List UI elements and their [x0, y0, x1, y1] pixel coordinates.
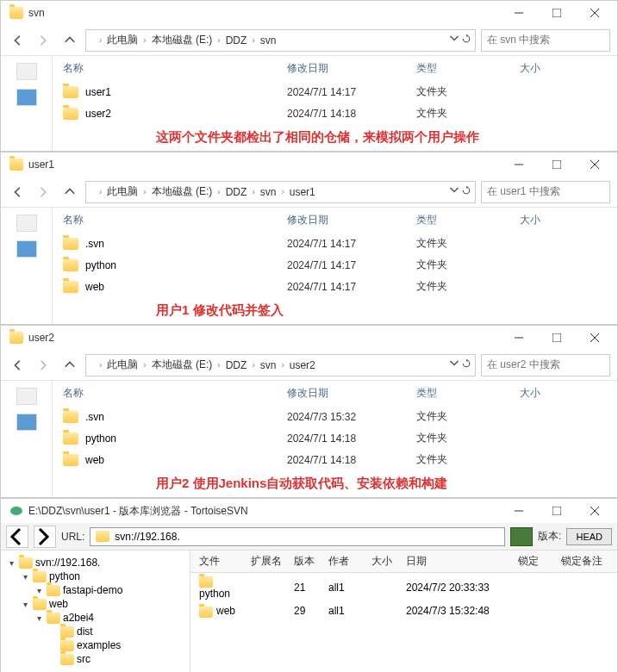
breadcrumb-item[interactable]: 此电脑 — [104, 358, 140, 372]
maximize-button[interactable] — [538, 499, 576, 523]
col-name[interactable]: 名称 — [63, 386, 287, 401]
maximize-button[interactable] — [538, 152, 576, 177]
breadcrumb-item[interactable]: svn — [258, 359, 279, 371]
col-type[interactable]: 类型 — [416, 61, 520, 76]
back-button[interactable] — [8, 30, 28, 51]
column-headers[interactable]: 名称 修改日期 类型 大小 — [53, 208, 617, 233]
breadcrumb-item[interactable]: user1 — [287, 186, 318, 198]
breadcrumb[interactable]: › 此电脑›本地磁盘 (E:)›DDZ›svn›user2 — [85, 354, 476, 376]
chevron-down-icon[interactable] — [449, 185, 459, 198]
file-row[interactable]: python 2024/7/1 14:18 文件夹 — [53, 427, 617, 449]
expand-icon[interactable]: ▾ — [34, 586, 44, 595]
lv-header[interactable]: 文件 扩展名 版本 作者 大小 日期 锁定 锁定备注 — [190, 551, 617, 573]
col-date[interactable]: 修改日期 — [287, 213, 416, 227]
up-button[interactable] — [59, 182, 80, 202]
expand-icon[interactable]: ▾ — [6, 558, 16, 568]
tree-node[interactable]: dist — [6, 625, 184, 638]
titlebar[interactable]: user1 — [1, 152, 617, 177]
breadcrumb-item[interactable]: svn — [258, 186, 279, 198]
tree-node[interactable]: ▾ a2bei4 — [6, 611, 184, 625]
refresh-icon[interactable] — [461, 358, 471, 371]
search-input[interactable]: 在 user1 中搜索 — [481, 181, 610, 203]
search-input[interactable]: 在 user2 中搜索 — [481, 354, 610, 376]
quick-access-icon[interactable] — [16, 388, 37, 405]
quick-access-icon[interactable] — [16, 63, 37, 80]
back-button[interactable] — [8, 182, 28, 202]
minimize-button[interactable] — [500, 499, 538, 523]
lvh-date[interactable]: 日期 — [403, 554, 515, 569]
close-button[interactable] — [576, 1, 614, 25]
breadcrumb-item[interactable]: 此电脑 — [104, 33, 140, 47]
lvh-lockc[interactable]: 锁定备注 — [558, 554, 612, 569]
maximize-button[interactable] — [538, 1, 576, 25]
desktop-icon[interactable] — [16, 89, 37, 106]
breadcrumb-item[interactable]: 本地磁盘 (E:) — [149, 358, 215, 372]
col-name[interactable]: 名称 — [63, 213, 287, 227]
file-row[interactable]: .svn 2024/7/1 14:17 文件夹 — [53, 233, 617, 254]
column-headers[interactable]: 名称 修改日期 类型 大小 — [53, 381, 617, 406]
lvh-lock[interactable]: 锁定 — [515, 554, 558, 569]
forward-button[interactable] — [34, 182, 54, 202]
col-type[interactable]: 类型 — [416, 386, 520, 401]
back-button[interactable] — [6, 526, 28, 548]
minimize-button[interactable] — [500, 152, 538, 177]
up-button[interactable] — [59, 355, 80, 376]
chevron-down-icon[interactable] — [449, 358, 459, 371]
back-button[interactable] — [8, 355, 28, 376]
column-headers[interactable]: 名称 修改日期 类型 大小 — [53, 56, 617, 81]
list-row[interactable]: web 29 all1 2024/7/3 15:32:48 — [190, 602, 617, 619]
breadcrumb-item[interactable]: 本地磁盘 (E:) — [149, 184, 215, 199]
lvh-file[interactable]: 文件 — [196, 554, 247, 569]
head-button[interactable]: HEAD — [566, 528, 612, 545]
breadcrumb-item[interactable]: svn — [258, 34, 279, 47]
file-row[interactable]: web 2024/7/1 14:18 文件夹 — [53, 449, 617, 470]
breadcrumb-item[interactable]: DDZ — [223, 186, 250, 198]
minimize-button[interactable] — [500, 1, 538, 25]
breadcrumb-item[interactable]: 本地磁盘 (E:) — [149, 33, 215, 47]
breadcrumb-item[interactable]: 此电脑 — [104, 184, 140, 199]
file-row[interactable]: python 2024/7/1 14:17 文件夹 — [53, 254, 617, 276]
tree-node[interactable]: examples — [6, 638, 184, 652]
desktop-icon[interactable] — [16, 414, 37, 431]
expand-icon[interactable]: ▾ — [20, 600, 30, 609]
maximize-button[interactable] — [538, 326, 576, 350]
desktop-icon[interactable] — [16, 240, 37, 258]
lvh-author[interactable]: 作者 — [325, 554, 368, 569]
col-size[interactable]: 大小 — [520, 61, 607, 76]
search-input[interactable]: 在 svn 中搜索 — [481, 29, 610, 52]
tree-node[interactable]: ▾ fastapi-demo — [6, 583, 184, 597]
close-button[interactable] — [576, 499, 614, 523]
col-size[interactable]: 大小 — [520, 386, 607, 401]
tree-node[interactable]: ▾ svn://192.168. — [6, 556, 184, 569]
col-date[interactable]: 修改日期 — [287, 61, 416, 76]
file-row[interactable]: .svn 2024/7/3 15:32 文件夹 — [53, 406, 617, 427]
breadcrumb[interactable]: › 此电脑›本地磁盘 (E:)›DDZ›svn — [85, 29, 476, 52]
breadcrumb-item[interactable]: DDZ — [223, 34, 250, 47]
close-button[interactable] — [576, 152, 614, 177]
tree-node[interactable]: ▾ python — [6, 569, 184, 583]
forward-button[interactable] — [34, 526, 56, 548]
breadcrumb-item[interactable]: DDZ — [223, 359, 250, 371]
file-row[interactable]: web 2024/7/1 14:17 文件夹 — [53, 276, 617, 297]
forward-button[interactable] — [34, 30, 54, 51]
lvh-ver[interactable]: 版本 — [290, 554, 325, 569]
minimize-button[interactable] — [500, 326, 538, 350]
file-row[interactable]: user1 2024/7/1 14:17 文件夹 — [53, 81, 617, 103]
breadcrumb-item[interactable]: user2 — [287, 359, 318, 371]
lvh-size[interactable]: 大小 — [368, 554, 403, 569]
refresh-icon[interactable] — [461, 34, 471, 47]
breadcrumb[interactable]: › 此电脑›本地磁盘 (E:)›DDZ›svn›user1 — [85, 181, 476, 203]
titlebar[interactable]: svn — [1, 1, 617, 25]
col-date[interactable]: 修改日期 — [287, 386, 416, 401]
go-button[interactable] — [510, 527, 533, 546]
col-type[interactable]: 类型 — [416, 213, 520, 227]
up-button[interactable] — [59, 30, 80, 51]
titlebar[interactable]: user2 — [1, 326, 617, 350]
tree-node[interactable]: ▾ web — [6, 597, 184, 611]
url-input[interactable]: svn://192.168. — [90, 527, 505, 546]
tree-node[interactable]: src — [6, 652, 184, 666]
titlebar[interactable]: E:\DDZ\svn\user1 - 版本库浏览器 - TortoiseSVN — [1, 499, 617, 523]
col-name[interactable]: 名称 — [63, 61, 287, 76]
col-size[interactable]: 大小 — [520, 213, 607, 227]
expand-icon[interactable]: ▾ — [20, 572, 30, 582]
